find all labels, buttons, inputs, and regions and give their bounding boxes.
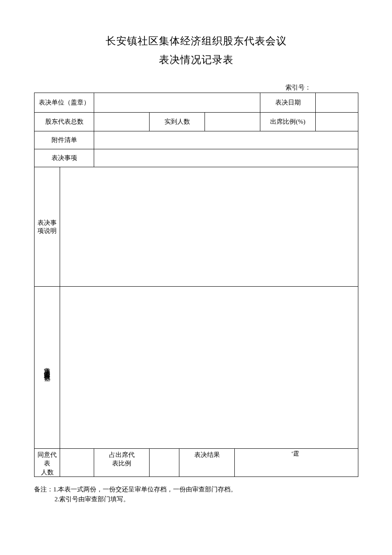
agree-count-value	[60, 449, 94, 477]
item-description-label: 表决事项说明	[35, 167, 60, 287]
vote-result-value: ‘霆	[235, 449, 358, 477]
vote-result-mark: ‘霆	[291, 450, 299, 458]
page-title-line2: 表决情况记录表	[34, 53, 358, 67]
vote-result-label: 表决结果	[179, 449, 235, 477]
attend-share-label: 占出席代表比例	[94, 449, 150, 477]
index-number-label: 索引号：	[34, 84, 358, 92]
agree-count-label: 同意代表人数	[35, 449, 60, 477]
attachment-list-value	[94, 131, 358, 149]
attend-ratio-value	[316, 113, 358, 131]
voting-unit-value	[94, 93, 260, 113]
total-reps-label: 股东代表总数	[35, 113, 94, 131]
voting-unit-label: 表决单位（盖章）	[35, 93, 94, 113]
actual-attend-label: 实到人数	[150, 113, 205, 131]
total-reps-value	[94, 113, 150, 131]
voting-item-label: 表决事项	[35, 149, 94, 167]
attend-share-value	[150, 449, 179, 477]
record-table: 表决单位（盖章） 表决日期 股东代表总数 实到人数 出席比例(%) 附件清单 表…	[34, 93, 358, 477]
attend-ratio-label: 出席比例(%)	[260, 113, 316, 131]
voting-date-label: 表决日期	[260, 93, 316, 113]
actual-attend-value	[205, 113, 260, 131]
item-description-value	[60, 167, 358, 287]
agree-signatures-value	[60, 287, 358, 449]
footer-notes: 备注：1.本表一式两份，一份交还呈审单位存档，一份由审查部门存档。 2.索引号由…	[34, 485, 358, 505]
agree-signatures-label: 意决项表名同表事代签	[35, 287, 60, 449]
voting-date-value	[316, 93, 358, 113]
page-title-line1: 长安镇社区集体经济组织股东代表会议	[34, 34, 358, 48]
voting-item-value	[94, 149, 358, 167]
attachment-list-label: 附件清单	[35, 131, 94, 149]
